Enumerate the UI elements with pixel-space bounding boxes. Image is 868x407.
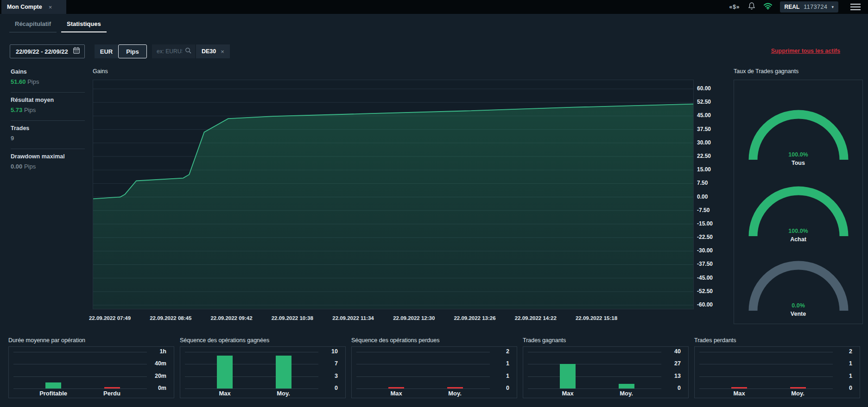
account-number: 1173724 [804, 4, 827, 10]
bar-moy [619, 384, 634, 388]
gains-chart-title: Gains [93, 68, 108, 75]
currency-eur-button[interactable]: EUR [95, 44, 118, 58]
account-mode: REAL [785, 4, 800, 10]
mini-chart-losing-trades: Trades perdants 2110MaxMoy. [694, 337, 860, 398]
mini-chart-winning-trades: Trades gagnants 4027130MaxMoy. [523, 337, 689, 398]
win-rate-gauges: 100.0%Tous100.0%Achat0.0%Vente [734, 80, 863, 324]
app-window: Mon Compte × «$» REAL 117 [0, 0, 868, 407]
remove-asset-icon[interactable]: × [221, 48, 224, 55]
clear-all-assets-link[interactable]: Supprimer tous les actifs [771, 48, 840, 54]
mini-charts-row: Durée moyenne par opération 1h40m20m0mPr… [8, 337, 860, 398]
mini-chart-loss-streak: Séquence des opérations perdues 2110MaxM… [351, 337, 517, 398]
calendar-icon [73, 47, 80, 56]
gauge-achat: 100.0%Achat [748, 186, 849, 246]
summary-stats: Gains 51.60 Pips Résultat moyen 5.73 Pip… [11, 69, 85, 177]
connection-wifi-icon[interactable] [763, 2, 773, 12]
mini-chart-losing-trades-plot[interactable]: 2110MaxMoy. [694, 346, 860, 398]
tab-statistiques[interactable]: Statistiques [61, 19, 107, 32]
bar-max [731, 387, 747, 388]
tab-title: Mon Compte [7, 4, 42, 10]
bar-moy [447, 387, 463, 388]
unit-toggle: EUR Pips [95, 44, 147, 58]
stat-drawdown: Drawdown maximal 0.00 Pips [11, 149, 85, 177]
mini-chart-win-streak-plot[interactable]: 10730MaxMoy. [180, 346, 346, 398]
bar-max [217, 356, 233, 388]
bar-profitable [45, 382, 61, 388]
symbol-search [152, 44, 195, 58]
date-range-picker[interactable]: 22/09/22 - 22/09/22 [10, 44, 85, 58]
unit-pips-button[interactable]: Pips [118, 44, 147, 58]
bar-max [560, 364, 576, 388]
chevron-down-icon: ▾ [831, 5, 834, 9]
mini-chart-win-streak: Séquence des opérations gagnées 10730Max… [180, 337, 346, 398]
tab-mon-compte[interactable]: Mon Compte × [1, 0, 66, 14]
topbar-actions: «$» REAL 1173724 ▾ [729, 0, 861, 14]
bar-moy [790, 387, 806, 388]
stat-gains: Gains 51.60 Pips [11, 69, 85, 93]
search-icon[interactable] [185, 47, 191, 56]
bar-perdu [104, 387, 120, 388]
win-rate-title: Taux de Trades gagnants [734, 68, 798, 75]
gauge-vente: 0.0%Vente [748, 261, 849, 321]
gains-area-chart[interactable] [93, 80, 694, 309]
deposit-icon[interactable]: «$» [729, 4, 740, 10]
bar-moy [276, 356, 291, 388]
stat-resultat-moyen: Résultat moyen 5.73 Pips [11, 93, 85, 121]
symbol-search-input[interactable] [156, 48, 183, 55]
gauge-tous: 100.0%Tous [748, 110, 849, 170]
top-bar: Mon Compte × «$» REAL 117 [0, 0, 868, 14]
menu-icon[interactable] [850, 4, 861, 10]
mini-chart-winning-trades-plot[interactable]: 4027130MaxMoy. [523, 346, 689, 398]
tab-recapitulatif[interactable]: Récapitulatif [9, 19, 57, 32]
asset-chip-de30[interactable]: DE30 × [196, 44, 230, 58]
asset-chip-label: DE30 [202, 48, 216, 55]
date-range-value: 22/09/22 - 22/09/22 [16, 48, 68, 55]
mini-chart-loss-streak-plot[interactable]: 2110MaxMoy. [351, 346, 517, 398]
gains-chart-svg [93, 80, 693, 309]
stat-trades: Trades 9 [11, 121, 85, 149]
mini-chart-duration: Durée moyenne par opération 1h40m20m0mPr… [8, 337, 174, 398]
bar-max [388, 387, 404, 388]
close-icon[interactable]: × [49, 4, 52, 10]
mini-chart-duration-plot[interactable]: 1h40m20m0mProfitablePerdu [8, 346, 174, 398]
notifications-bell-icon[interactable] [748, 2, 756, 12]
gains-area-fill [93, 104, 693, 309]
account-selector[interactable]: REAL 1173724 ▾ [780, 1, 838, 13]
view-tabs: Récapitulatif Statistiques [9, 19, 107, 32]
